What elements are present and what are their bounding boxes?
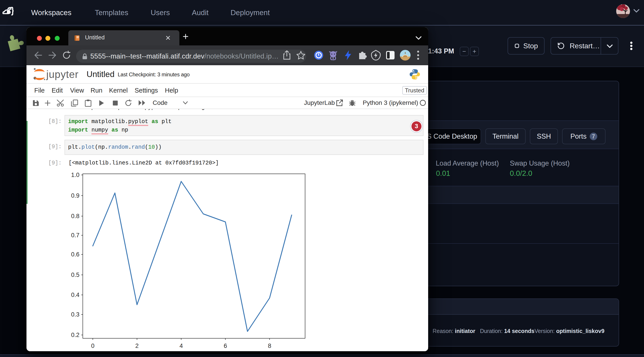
svg-text:0.2: 0.2 bbox=[71, 332, 80, 338]
svg-text:0.8: 0.8 bbox=[71, 213, 80, 220]
svg-text:0: 0 bbox=[91, 342, 94, 349]
svg-text:8: 8 bbox=[268, 342, 271, 349]
svg-text:1.0: 1.0 bbox=[71, 172, 80, 178]
svg-text:0.7: 0.7 bbox=[71, 232, 80, 238]
svg-text:0.3: 0.3 bbox=[71, 311, 80, 318]
svg-text:6: 6 bbox=[224, 342, 227, 349]
svg-text:0.6: 0.6 bbox=[71, 251, 80, 258]
svg-text:0.9: 0.9 bbox=[71, 192, 80, 199]
svg-text:4: 4 bbox=[180, 342, 183, 349]
svg-text:0.4: 0.4 bbox=[71, 292, 80, 298]
svg-text:2: 2 bbox=[135, 342, 139, 349]
svg-text:0.5: 0.5 bbox=[71, 272, 80, 278]
